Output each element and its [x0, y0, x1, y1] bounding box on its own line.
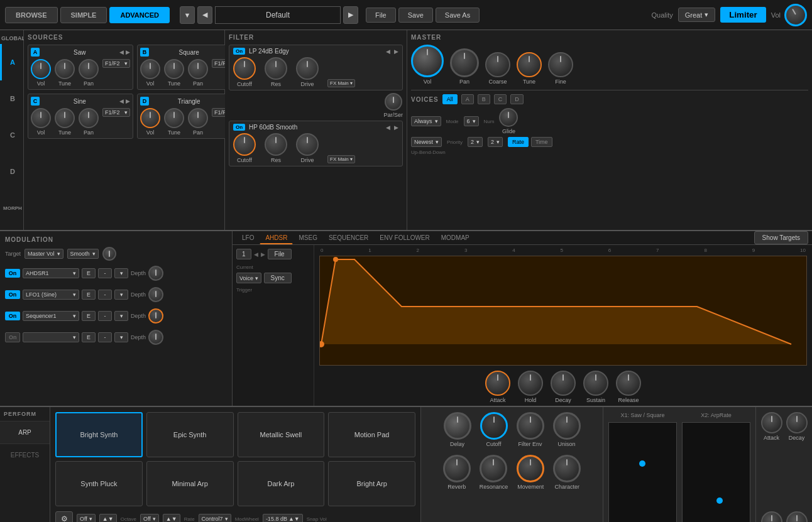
pad-motion-pad[interactable]: Motion Pad: [328, 412, 415, 457]
filter-1-cutoff-knob[interactable]: [233, 57, 256, 80]
voices-d-btn[interactable]: D: [510, 94, 524, 104]
right-release-knob[interactable]: [786, 511, 808, 522]
show-targets-btn[interactable]: Show Targets: [754, 231, 808, 244]
source-b-pan-knob[interactable]: [188, 59, 208, 79]
filter-1-fx-dd[interactable]: FX Main ▾: [327, 79, 355, 87]
resonance-knob[interactable]: [480, 455, 507, 482]
mod-2-e-dd[interactable]: E: [82, 290, 96, 300]
browse-tab[interactable]: BROWSE: [5, 7, 58, 23]
perform-tab-effects[interactable]: EFFECTS: [0, 443, 50, 466]
character-knob[interactable]: [553, 455, 581, 482]
mod-1-e-dd[interactable]: E: [82, 268, 96, 278]
filter-2-res-knob[interactable]: [265, 133, 287, 156]
filter-2-fx-dd[interactable]: FX Main ▾: [327, 155, 355, 163]
right-decay-knob[interactable]: [786, 412, 808, 433]
xy-pad-1[interactable]: [608, 422, 677, 522]
pad-metallic-swell[interactable]: Metallic Swell: [238, 412, 325, 457]
glide-knob[interactable]: [499, 108, 518, 127]
pad-bright-arp[interactable]: Bright Arp: [328, 461, 415, 506]
file-btn[interactable]: File: [366, 8, 396, 23]
release-knob[interactable]: [616, 371, 641, 396]
mod-2-source-dd[interactable]: LFO1 (Sine) ▾: [23, 290, 79, 300]
perform-tab-arp[interactable]: ARP: [0, 421, 50, 443]
rate-btn[interactable]: Rate: [508, 137, 529, 147]
voices-all-btn[interactable]: All: [442, 94, 458, 104]
mod-1-source-dd[interactable]: AHDSR1 ▾: [23, 268, 79, 278]
voices-b-btn[interactable]: B: [478, 94, 490, 104]
filter-1-drive-knob[interactable]: [296, 57, 319, 80]
vol-knob[interactable]: [784, 4, 807, 26]
filter-env-knob[interactable]: [517, 412, 544, 440]
global-item-morph[interactable]: MORPH: [0, 190, 23, 226]
target-dd[interactable]: Master Vol ▾: [25, 249, 63, 259]
global-item-c[interactable]: C: [0, 117, 23, 153]
mod-1-arrow-dd[interactable]: ▾: [114, 268, 128, 278]
mod-4-depth-knob[interactable]: [148, 330, 163, 345]
filter-1-on[interactable]: On: [233, 48, 245, 55]
mod-2-on-btn[interactable]: On: [5, 290, 20, 299]
sustain-knob[interactable]: [583, 371, 608, 396]
mod-2-arrow-dd[interactable]: ▾: [114, 290, 128, 300]
filter-2-drive-knob[interactable]: [296, 133, 319, 156]
smooth-knob[interactable]: [102, 247, 116, 261]
snap-vol-stepper[interactable]: ▲▼: [288, 516, 300, 522]
snap-vol-box[interactable]: -15.8 dB ▲▼: [263, 514, 303, 522]
filter-2-cutoff-knob[interactable]: [233, 133, 256, 156]
perf-cutoff-knob[interactable]: [480, 412, 508, 440]
mod-2-dash-dd[interactable]: -: [98, 290, 112, 300]
filter-1-arrow-left[interactable]: ◀: [386, 48, 390, 55]
mod-3-e-dd[interactable]: E: [82, 311, 96, 321]
voices-a-btn[interactable]: A: [461, 94, 474, 104]
ahdsr-file-btn[interactable]: File: [268, 249, 292, 259]
source-c-f1f2-dd[interactable]: F1/F2▾: [102, 108, 130, 117]
advanced-tab[interactable]: ADVANCED: [109, 7, 170, 23]
mode-dd[interactable]: Always ▾: [411, 116, 441, 126]
source-c-tune-knob[interactable]: [55, 108, 75, 128]
hold-knob[interactable]: [518, 371, 543, 396]
rate-dd[interactable]: Off ▾: [140, 514, 159, 522]
pad-bright-synth[interactable]: Bright Synth: [55, 412, 143, 457]
mod-4-arrow-dd[interactable]: ▾: [114, 332, 128, 342]
master-pan-knob[interactable]: [450, 48, 479, 77]
mod-4-e-dd[interactable]: E: [82, 332, 96, 342]
source-d-tune-knob[interactable]: [164, 108, 184, 128]
ahdsr-nav-left[interactable]: ◀: [254, 251, 258, 258]
octave-stepper[interactable]: ▲▼: [99, 514, 117, 522]
source-b-tune-knob[interactable]: [164, 59, 184, 79]
tab-ahdsr[interactable]: AHDSR: [260, 232, 293, 244]
bend2-dd[interactable]: 2 ▾: [488, 137, 503, 147]
limiter-btn[interactable]: Limiter: [720, 7, 765, 23]
time-btn[interactable]: Time: [531, 137, 552, 147]
mod-3-depth-knob[interactable]: [148, 308, 163, 324]
save-btn[interactable]: Save: [398, 8, 433, 23]
global-item-d[interactable]: D: [0, 153, 23, 190]
simple-tab[interactable]: SIMPLE: [60, 7, 107, 23]
sync-btn[interactable]: Sync: [264, 273, 292, 283]
delay-knob[interactable]: [444, 412, 471, 440]
tab-env-follower[interactable]: ENV FOLLOWER: [374, 232, 435, 244]
master-vol-knob[interactable]: [411, 45, 444, 77]
mod-2-depth-knob[interactable]: [148, 287, 163, 302]
priority-dd[interactable]: Newest ▾: [411, 137, 442, 147]
movement-knob[interactable]: [517, 455, 544, 482]
mod-3-on-btn[interactable]: On: [5, 312, 20, 320]
num-dd[interactable]: 6 ▾: [464, 116, 479, 126]
global-item-b[interactable]: B: [0, 80, 23, 117]
tab-mseg[interactable]: MSEG: [293, 232, 322, 244]
mod-3-arrow-dd[interactable]: ▾: [114, 311, 128, 321]
preset-prev-btn[interactable]: ◀: [197, 6, 212, 24]
mod-3-source-dd[interactable]: Sequencer1 ▾: [23, 311, 79, 321]
filter-1-arrow-right[interactable]: ▶: [394, 48, 398, 55]
mod-4-source-dd[interactable]: ▾: [23, 332, 79, 342]
source-a-pan-knob[interactable]: [79, 59, 99, 79]
mod-1-dash-dd[interactable]: -: [98, 268, 112, 278]
mod-3-dash-dd[interactable]: -: [98, 311, 112, 321]
bend1-dd[interactable]: 2 ▾: [468, 137, 483, 147]
decay-knob[interactable]: [551, 371, 576, 396]
source-b-vol-knob[interactable]: [140, 59, 160, 79]
filter-1-res-knob[interactable]: [265, 57, 287, 80]
global-item-a[interactable]: A: [0, 44, 23, 80]
filter-2-arrow-left[interactable]: ◀: [386, 124, 390, 131]
octave-dd[interactable]: Off ▾: [77, 514, 96, 522]
filter-2-arrow-right[interactable]: ▶: [394, 124, 398, 131]
